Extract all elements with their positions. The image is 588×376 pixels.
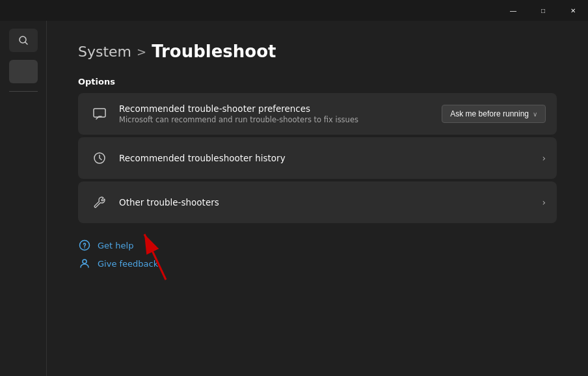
main-content: System > Troubleshoot Options Recommende… [47,21,588,376]
sidebar-item-placeholder [9,60,38,83]
card-recommended-preferences-desc: Microsoft can recommend and run trouble-… [119,115,442,124]
card-recommended-history-title: Recommended troubleshooter history [119,153,542,163]
search-button[interactable] [9,29,38,52]
get-help-link[interactable]: Get help [78,239,557,252]
card-recommended-history-text: Recommended troubleshooter history [119,153,542,163]
card-other-troubleshooters-text: Other trouble-shooters [119,197,542,208]
get-help-label: Get help [98,241,133,250]
card-recommended-history-right: › [542,153,546,163]
chevron-right-icon-2: › [542,197,546,208]
dropdown-label: Ask me before running [450,109,529,118]
svg-line-1 [25,42,27,44]
card-other-troubleshooters-right: › [542,197,546,208]
options-label: Options [78,77,557,87]
give-feedback-icon [78,257,91,270]
card-recommended-preferences[interactable]: Recommended trouble-shooter preferences … [78,93,557,135]
maximize-button[interactable]: □ [528,0,558,21]
close-button[interactable]: ✕ [558,0,588,21]
card-recommended-preferences-title: Recommended trouble-shooter preferences [119,103,442,114]
card-recommended-history[interactable]: Recommended troubleshooter history › [78,137,557,179]
sidebar [0,21,47,376]
breadcrumb: System > Troubleshoot [78,42,557,61]
breadcrumb-separator: > [137,45,146,59]
svg-point-5 [84,247,85,248]
sidebar-divider [9,91,38,92]
card-recommended-preferences-text: Recommended trouble-shooter preferences … [119,103,442,124]
breadcrumb-system: System [78,44,131,60]
chevron-right-icon: › [542,153,546,163]
get-help-icon [78,239,91,252]
chevron-down-icon: ∨ [533,111,537,118]
title-bar: — □ ✕ [498,0,588,21]
card-other-troubleshooters[interactable]: Other trouble-shooters › [78,181,557,223]
chat-icon [89,103,110,124]
card-other-troubleshooters-title: Other trouble-shooters [119,197,542,208]
give-feedback-label: Give feedback [98,259,158,269]
give-feedback-link[interactable]: Give feedback [78,257,557,270]
wrench-icon [89,192,110,213]
card-recommended-preferences-right: Ask me before running ∨ [442,105,546,123]
svg-rect-2 [94,109,105,117]
breadcrumb-current: Troubleshoot [152,42,276,61]
svg-point-6 [83,260,87,263]
minimize-button[interactable]: — [498,0,528,21]
history-icon [89,148,110,168]
ask-before-running-dropdown[interactable]: Ask me before running ∨ [442,105,546,123]
help-links: Get help Give feedback [78,239,557,270]
